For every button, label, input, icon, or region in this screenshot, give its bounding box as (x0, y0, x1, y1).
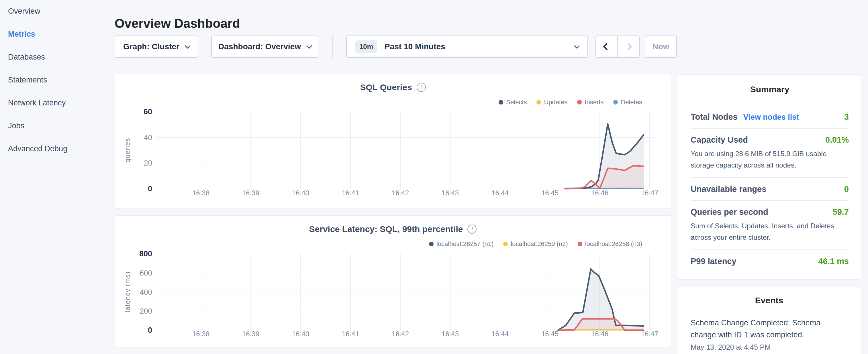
sidebar-item-network-latency[interactable]: Network Latency (8, 99, 66, 107)
time-range-label: Past 10 Minutes (384, 42, 575, 51)
now-button[interactable]: Now (645, 35, 677, 58)
svg-text:16:43: 16:43 (442, 189, 459, 197)
p99-latency-value: 46.1 ms (818, 257, 849, 266)
events-panel: Events Schema Change Completed: Schema c… (677, 287, 861, 354)
admin-ui-root: Overview Metrics Databases Statements Ne… (0, 0, 868, 354)
svg-text:16:45: 16:45 (541, 330, 559, 338)
chart-title: Service Latency: SQL, 99th percentile (309, 224, 463, 234)
legend-dot (613, 100, 618, 104)
chart-title-row: SQL Queries i (115, 83, 671, 92)
info-icon[interactable]: i (417, 83, 426, 92)
svg-text:16:40: 16:40 (292, 330, 309, 338)
chevron-right-icon (625, 43, 632, 50)
svg-text:16:45: 16:45 (541, 189, 559, 197)
time-forward-button-disabled[interactable] (618, 36, 639, 57)
summary-row-capacity-used: Capacity Used 0.01% You are using 28.6 M… (691, 128, 849, 177)
svg-text:16:38: 16:38 (192, 330, 210, 338)
events-title: Events (691, 296, 848, 305)
svg-text:16:38: 16:38 (192, 189, 210, 197)
svg-text:400: 400 (140, 288, 152, 296)
svg-text:16:42: 16:42 (392, 330, 409, 338)
svg-text:16:39: 16:39 (242, 330, 259, 338)
sidebar-item-jobs[interactable]: Jobs (8, 122, 24, 130)
info-icon[interactable]: i (467, 225, 476, 234)
legend-dot (499, 100, 503, 104)
time-back-button[interactable] (596, 36, 617, 57)
total-nodes-label: Total Nodes (691, 112, 738, 122)
legend-item: localhost:26258 (n3) (578, 240, 642, 248)
legend-label: Selects (506, 99, 527, 106)
chevron-left-icon (603, 43, 610, 50)
service-latency-chart-card: Service Latency: SQL, 99th percentile i … (115, 215, 671, 347)
capacity-used-value: 0.01% (825, 135, 849, 144)
svg-text:600: 600 (140, 269, 152, 277)
chart-legend: localhost:26257 (n1)localhost:26259 (n2)… (429, 240, 642, 248)
legend-item: localhost:26259 (n2) (503, 240, 568, 248)
svg-text:0: 0 (148, 326, 152, 334)
legend-label: Inserts (585, 99, 603, 106)
sql-queries-chart-card: SQL Queries i SelectsUpdatesInsertsDelet… (115, 74, 671, 208)
sidebar-item-overview[interactable]: Overview (8, 7, 40, 16)
svg-text:60: 60 (144, 107, 152, 116)
legend-dot (503, 242, 508, 246)
summary-row-p99-latency: P99 latency 46.1 ms (691, 250, 849, 272)
legend-dot (536, 100, 541, 104)
service-latency-plot[interactable]: 16:3816:3916:4016:4116:4216:4316:4416:45… (115, 216, 671, 347)
time-range-badge: 10m (355, 40, 377, 53)
chart-legend: SelectsUpdatesInsertsDeletes (499, 99, 642, 106)
svg-text:16:42: 16:42 (392, 189, 409, 197)
legend-item: Selects (499, 99, 527, 106)
svg-text:latency (ms): latency (ms) (124, 271, 131, 312)
svg-text:0: 0 (148, 185, 152, 193)
svg-text:16:41: 16:41 (342, 189, 359, 197)
graph-scope-label: Graph: Cluster (123, 42, 179, 51)
svg-text:20: 20 (144, 159, 152, 167)
svg-text:16:41: 16:41 (342, 330, 359, 338)
event-timestamp: May 13, 2020 at 4:45 PM (691, 343, 848, 351)
chart-title: SQL Queries (360, 83, 412, 92)
legend-dot (429, 242, 434, 246)
view-nodes-list-link[interactable]: View nodes list (743, 113, 799, 122)
unavailable-ranges-label: Unavailable ranges (691, 185, 766, 194)
graph-scope-dropdown[interactable]: Graph: Cluster (115, 35, 198, 58)
legend-dot (578, 242, 582, 246)
svg-text:16:46: 16:46 (591, 189, 608, 197)
chart-title-row: Service Latency: SQL, 99th percentile i (115, 224, 671, 234)
unavailable-ranges-value: 0 (844, 185, 849, 194)
sidebar: Overview Metrics Databases Statements Ne… (0, 0, 115, 354)
summary-row-queries-per-second: Queries per second 59.7 Sum of Selects, … (691, 200, 849, 250)
chevron-down-icon (185, 43, 191, 49)
svg-text:16:47: 16:47 (641, 330, 658, 338)
dashboard-dropdown[interactable]: Dashboard: Overview (211, 35, 318, 58)
controls-divider (333, 35, 333, 58)
sidebar-item-statements[interactable]: Statements (8, 75, 47, 85)
svg-text:16:46: 16:46 (591, 330, 608, 338)
chevron-down-icon (306, 43, 312, 49)
chart-canvas: 16:3816:3916:4016:4116:4216:4316:4416:45… (115, 74, 672, 208)
legend-label: localhost:26258 (n3) (585, 240, 642, 248)
sidebar-item-metrics[interactable]: Metrics (8, 30, 35, 39)
svg-text:800: 800 (139, 250, 152, 258)
legend-label: localhost:26257 (n1) (436, 240, 493, 248)
capacity-used-description: You are using 28.6 MiB of 515.9 GiB usab… (691, 148, 847, 171)
sidebar-item-advanced-debug[interactable]: Advanced Debug (8, 144, 67, 153)
summary-row-total-nodes: Total Nodes View nodes list 3 (691, 106, 849, 128)
chevron-down-icon (574, 43, 580, 49)
legend-label: localhost:26259 (n2) (510, 240, 568, 248)
sql-queries-plot[interactable]: 16:3816:3916:4016:4116:4216:4316:4416:45… (115, 74, 671, 208)
sidebar-item-databases[interactable]: Databases (8, 53, 45, 62)
svg-text:200: 200 (140, 307, 152, 315)
time-range-selector[interactable]: 10m Past 10 Minutes (346, 35, 588, 58)
time-pager (595, 35, 640, 58)
queries-per-second-label: Queries per second (691, 207, 768, 217)
queries-per-second-description: Sum of Selects, Updates, Inserts, and De… (691, 220, 847, 243)
svg-text:40: 40 (144, 133, 152, 142)
chart-canvas: 16:3816:3916:4016:4116:4216:4316:4416:45… (115, 216, 672, 347)
svg-text:16:39: 16:39 (242, 189, 259, 197)
legend-item: Updates (536, 99, 567, 106)
summary-title: Summary (691, 85, 849, 94)
legend-item: Deletes (613, 99, 642, 106)
now-button-label: Now (652, 42, 669, 51)
svg-text:16:40: 16:40 (292, 189, 309, 197)
event-list-item[interactable]: Schema Change Completed: Schema change w… (691, 317, 848, 351)
